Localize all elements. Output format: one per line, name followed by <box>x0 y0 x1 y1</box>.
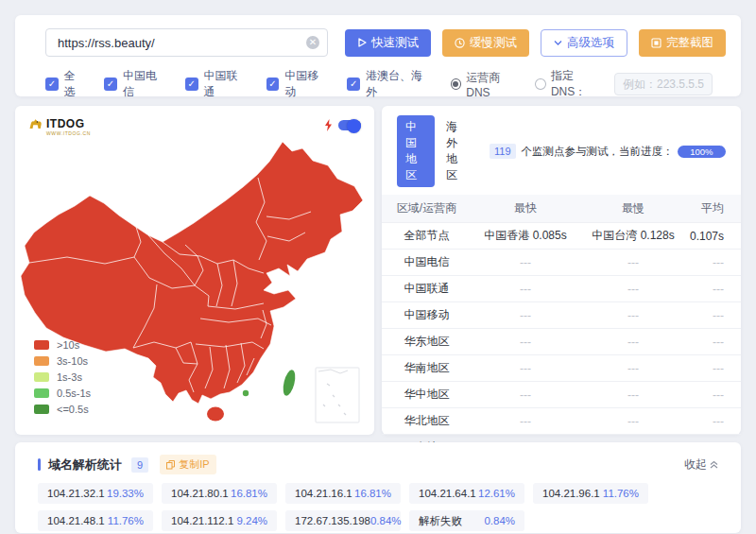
list-item[interactable]: 104.21.96.111.76% <box>533 483 648 504</box>
copy-ip-button[interactable]: 复制IP <box>160 455 215 474</box>
checkbox-checked-icon: ✓ <box>266 78 280 91</box>
radio-custom-dns[interactable] <box>535 78 546 90</box>
list-item[interactable]: 104.21.48.111.76% <box>38 510 153 531</box>
hainan-island <box>207 407 224 422</box>
dns-stats-title: 域名解析统计 <box>48 456 122 474</box>
table-row[interactable]: 中国电信--------- <box>382 250 741 276</box>
quick-test-button[interactable]: 快速测试 <box>345 29 431 57</box>
table-row[interactable]: 中国联通--------- <box>382 276 741 302</box>
checkbox-china-telecom[interactable]: ✓ 中国电信 <box>104 68 167 100</box>
legend-swatch <box>34 388 49 398</box>
legend-swatch <box>34 356 49 366</box>
checkbox-hmt-overseas[interactable]: ✓ 港澳台、海外 <box>347 68 432 100</box>
itdog-logo: ITDOG WWW.ITDOG.CN <box>28 117 91 136</box>
map-card: ITDOG WWW.ITDOG.CN >10s 3s-10s 1s-3s 0.5… <box>15 106 374 435</box>
list-item[interactable]: 104.21.16.116.81% <box>285 483 401 504</box>
table-row[interactable]: 华东地区--------- <box>382 329 741 355</box>
table-header-row: 区域/运营商 最快 最慢 平均 <box>382 195 741 223</box>
map-legend: >10s 3s-10s 1s-3s 0.5s-1s <=0.5s <box>34 336 91 417</box>
dog-icon <box>28 117 43 131</box>
list-item[interactable]: 104.21.32.119.33% <box>38 483 153 504</box>
list-item[interactable]: 172.67.135.1980.84% <box>285 510 401 531</box>
copy-icon <box>166 460 175 470</box>
map-mode-toggle[interactable] <box>338 120 361 130</box>
dns-stats-card: 域名解析统计 9 复制IP 收起 104.21.32.119.33% 104.2… <box>15 442 741 533</box>
clock-icon <box>455 38 465 48</box>
legend-swatch <box>34 405 49 414</box>
chevron-double-up-icon <box>710 460 718 469</box>
legend-swatch <box>34 340 49 350</box>
checkbox-china-unicom[interactable]: ✓ 中国联通 <box>185 68 249 100</box>
advanced-options-button[interactable]: 高级选项 <box>541 29 627 57</box>
custom-dns-input[interactable] <box>614 73 713 95</box>
table-row[interactable]: 中国移动--------- <box>382 302 741 329</box>
list-item[interactable]: 104.21.64.112.61% <box>409 483 524 504</box>
play-icon <box>357 38 367 47</box>
lightning-icon <box>324 119 333 131</box>
checkbox-select-all[interactable]: ✓ 全选 <box>45 68 86 100</box>
results-card: 中国地区 海外地区 119 个监测点参与测试，当前进度： 100% 区域/运营商… <box>382 106 741 435</box>
taiwan-island <box>281 369 297 397</box>
ip-list: 104.21.32.119.33% 104.21.80.116.81% 104.… <box>38 483 741 531</box>
legend-swatch <box>34 372 49 382</box>
south-china-sea-inset <box>316 368 359 422</box>
screenshot-icon <box>651 38 662 48</box>
toolbar-card: ✕ 快速测试 缓慢测试 高级选项 完整截图 ✓ 全选 <box>15 15 741 96</box>
ip-count-badge: 9 <box>131 457 148 473</box>
full-screenshot-button[interactable]: 完整截图 <box>639 29 726 57</box>
table-row[interactable]: 华北地区--------- <box>382 408 741 435</box>
checkbox-checked-icon: ✓ <box>104 78 117 91</box>
chevron-down-icon <box>554 40 562 46</box>
url-input[interactable] <box>45 28 328 57</box>
checkbox-china-mobile[interactable]: ✓ 中国移动 <box>266 68 330 100</box>
radio-isp-dns[interactable] <box>451 78 462 90</box>
table-row[interactable]: 华中地区--------- <box>382 382 741 408</box>
hongkong-dot <box>243 390 249 396</box>
node-count-badge: 119 <box>490 144 516 159</box>
title-accent-bar <box>38 458 41 471</box>
list-item[interactable]: 104.21.112.19.24% <box>162 510 277 531</box>
tab-china-region[interactable]: 中国地区 <box>397 115 435 187</box>
progress-bar: 100% <box>678 146 726 158</box>
table-row[interactable]: 华南地区--------- <box>382 355 741 382</box>
checkbox-checked-icon: ✓ <box>347 78 360 91</box>
list-item[interactable]: 104.21.80.116.81% <box>162 483 277 504</box>
progress-label: 个监测点参与测试，当前进度： <box>522 145 674 159</box>
checkbox-checked-icon: ✓ <box>185 78 198 91</box>
tab-overseas-region[interactable]: 海外地区 <box>446 119 467 183</box>
checkbox-checked-icon: ✓ <box>45 78 59 91</box>
list-item[interactable]: 解析失败0.84% <box>409 510 524 531</box>
table-row[interactable]: 全部节点中国香港 0.085s中国台湾 0.128s0.107s <box>382 223 741 250</box>
slow-test-button[interactable]: 缓慢测试 <box>442 29 529 57</box>
clear-icon[interactable]: ✕ <box>306 36 319 49</box>
collapse-button[interactable]: 收起 <box>684 456 718 473</box>
